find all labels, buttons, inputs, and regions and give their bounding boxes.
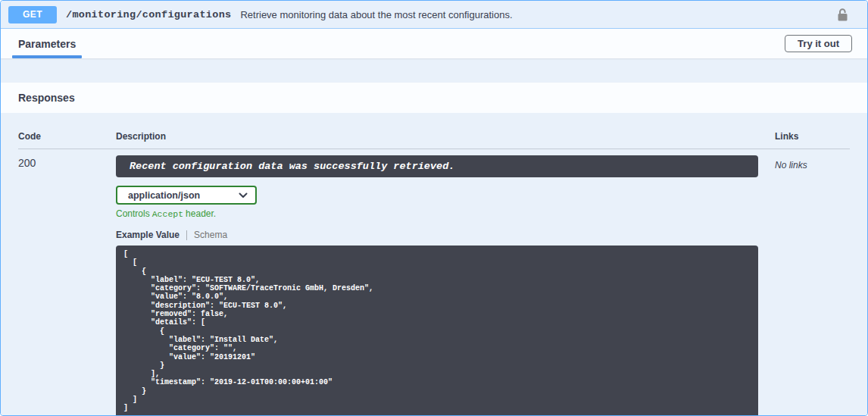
method-badge: GET xyxy=(8,6,57,23)
response-row-200: 200 Recent configuration data was succes… xyxy=(18,149,850,416)
operation-summary[interactable]: GET /monitoring/configurations Retrieve … xyxy=(1,1,867,29)
column-header-description: Description xyxy=(116,131,775,142)
example-schema-tabs: Example Value Schema xyxy=(116,230,775,240)
response-code: 200 xyxy=(18,155,116,416)
media-type-hint: ControlsAcceptheader. xyxy=(116,208,775,219)
example-value-panel[interactable]: [ [ { "label": "ECU-TEST 8.0", "category… xyxy=(116,246,758,416)
tab-parameters[interactable]: Parameters xyxy=(18,29,76,58)
hint-text-after: header. xyxy=(186,208,216,219)
column-header-code: Code xyxy=(18,131,116,142)
response-links: No links xyxy=(775,155,850,416)
responses-table-header: Code Description Links xyxy=(18,113,850,149)
responses-section-header: Responses xyxy=(1,83,867,113)
response-description: Recent configuration data was successful… xyxy=(116,155,758,177)
try-it-out-button[interactable]: Try it out xyxy=(785,35,852,52)
endpoint-path: /monitoring/configurations xyxy=(66,9,231,20)
chevron-down-icon xyxy=(239,192,248,199)
responses-body: Code Description Links 200 Recent config… xyxy=(1,113,867,416)
example-json: [ [ { "label": "ECU-TEST 8.0", "category… xyxy=(123,250,748,413)
authorize-button[interactable] xyxy=(836,8,849,22)
tab-schema[interactable]: Schema xyxy=(194,230,227,240)
tab-divider xyxy=(186,230,187,240)
endpoint-summary: Retrieve monitoring data about the most … xyxy=(240,9,512,20)
operation-block-get: GET /monitoring/configurations Retrieve … xyxy=(0,0,868,416)
parameters-section-header: Parameters Try it out xyxy=(1,29,867,58)
parameters-title: Parameters xyxy=(18,38,76,50)
responses-title: Responses xyxy=(18,92,75,104)
tab-example-value[interactable]: Example Value xyxy=(116,230,180,240)
accept-header-code: Accept xyxy=(152,209,183,219)
hint-text-before: Controls xyxy=(116,208,150,219)
column-header-links: Links xyxy=(775,131,850,142)
media-type-select[interactable]: application/json xyxy=(116,186,257,205)
response-description-cell: Recent configuration data was successful… xyxy=(116,155,775,416)
unlock-icon xyxy=(836,8,849,22)
active-tab-underline xyxy=(12,55,82,58)
media-type-selected: application/json xyxy=(128,190,200,201)
parameters-empty-area xyxy=(1,58,867,83)
